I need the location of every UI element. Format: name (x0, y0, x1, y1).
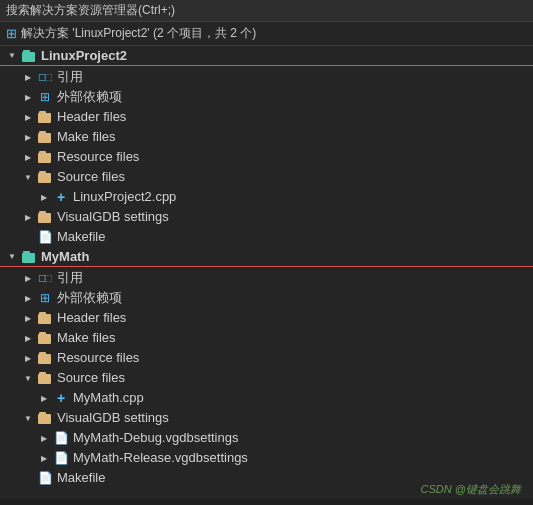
ref-icon: ◻ ⬚ (36, 270, 54, 286)
tree-item[interactable]: VisualGDB settings (0, 408, 533, 428)
project-folder-icon (20, 249, 38, 265)
tree-item[interactable]: 📄 Makefile (0, 227, 533, 247)
toggle-icon (20, 129, 36, 145)
toggle-icon (4, 48, 20, 64)
dep-icon: ⊞ (36, 89, 54, 105)
folder-icon (36, 109, 54, 125)
toggle-icon (20, 370, 36, 386)
tree-item[interactable]: Make files (0, 127, 533, 147)
tree-item[interactable]: Header files (0, 308, 533, 328)
tree-item[interactable]: ⊞ 外部依赖项 (0, 87, 533, 107)
cpp-icon: + (52, 390, 70, 406)
toggle-icon (20, 290, 36, 306)
top-bar: 搜索解决方案资源管理器(Ctrl+;) (0, 0, 533, 22)
tree-item[interactable]: Resource files (0, 348, 533, 368)
project-folder-icon (20, 48, 38, 64)
file-icon: 📄 (36, 470, 54, 486)
tree-item[interactable]: 📄 MyMath-Release.vgdbsettings (0, 448, 533, 468)
toggle-icon (20, 209, 36, 225)
dep-icon: ⊞ (36, 290, 54, 306)
toggle-icon (20, 350, 36, 366)
tree-item[interactable]: Resource files (0, 147, 533, 167)
folder-icon (36, 310, 54, 326)
tree-item[interactable]: ⊞ 外部依赖项 (0, 288, 533, 308)
tree-item[interactable]: 📄 MyMath-Debug.vgdbsettings (0, 428, 533, 448)
toggle-icon (20, 330, 36, 346)
tree-item[interactable]: Make files (0, 328, 533, 348)
tree-item[interactable]: ◻ ⬚ 引用 (0, 67, 533, 87)
toggle-icon (36, 430, 52, 446)
tree-item[interactable]: Header files (0, 107, 533, 127)
watermark: CSDN @键盘会跳舞 (421, 482, 521, 497)
solution-icon: ⊞ (6, 26, 17, 41)
toggle-icon (20, 89, 36, 105)
folder-icon (36, 370, 54, 386)
folder-icon (36, 209, 54, 225)
tree-item[interactable]: Source files (0, 167, 533, 187)
folder-icon (36, 350, 54, 366)
ref-icon: ◻ ⬚ (36, 69, 54, 85)
folder-icon (36, 330, 54, 346)
toggle-icon (36, 450, 52, 466)
toggle-icon (36, 189, 52, 205)
toggle-icon (4, 249, 20, 265)
folder-icon (36, 149, 54, 165)
toggle-icon (20, 410, 36, 426)
project-item[interactable]: LinuxProject2 (0, 46, 533, 66)
folder-icon (36, 410, 54, 426)
toggle-icon (20, 109, 36, 125)
tree-item[interactable]: + LinuxProject2.cpp (0, 187, 533, 207)
tree-item[interactable]: Source files (0, 368, 533, 388)
vgdb-icon: 📄 (52, 450, 70, 466)
file-icon: 📄 (36, 229, 54, 245)
toggle-icon (20, 69, 36, 85)
toggle-icon (20, 169, 36, 185)
tree-container[interactable]: LinuxProject2 ◻ ⬚ 引用 ⊞ 外部依赖项 Header file… (0, 46, 533, 499)
toggle-icon (20, 270, 36, 286)
toggle-icon (20, 310, 36, 326)
toggle-icon (36, 390, 52, 406)
tree-item[interactable]: VisualGDB settings (0, 207, 533, 227)
project-item[interactable]: MyMath (0, 247, 533, 267)
solution-header: ⊞ 解决方案 'LinuxProject2' (2 个项目，共 2 个) (0, 22, 533, 46)
cpp-icon: + (52, 189, 70, 205)
folder-icon (36, 169, 54, 185)
toggle-icon (20, 149, 36, 165)
folder-icon (36, 129, 54, 145)
tree-item[interactable]: ◻ ⬚ 引用 (0, 268, 533, 288)
tree-item[interactable]: + MyMath.cpp (0, 388, 533, 408)
vgdb-icon: 📄 (52, 430, 70, 446)
